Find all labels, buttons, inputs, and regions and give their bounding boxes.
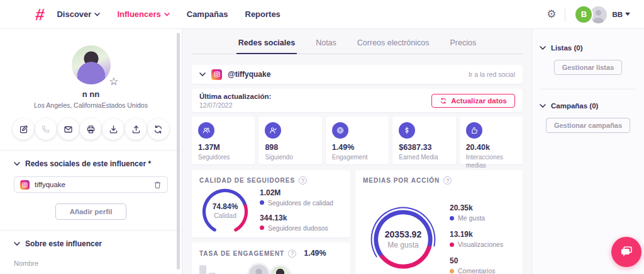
- instagram-icon: [20, 180, 30, 190]
- profile-action-bar: [0, 118, 182, 140]
- network-handle: @tiffyquake: [228, 70, 463, 79]
- media-legend: 20.35k Me gusta 13.19k Visualizaciones: [450, 203, 503, 274]
- engagement-rate-card: TASA DE ENGAGEMENT ? 1.49%: [192, 243, 350, 274]
- stat-card-earned-media: $6387.33 Earned Media: [392, 117, 455, 164]
- chevron-down-icon[interactable]: [199, 72, 206, 76]
- quality-gauge-chart: 74.84% Calidad: [199, 186, 251, 234]
- nav-item-reportes[interactable]: Reportes: [245, 9, 280, 19]
- stats-row: 1.37M Seguidores 898 Siguiendo 1.49% Eng…: [192, 117, 523, 164]
- quality-percent: 74.84%: [199, 202, 251, 211]
- about-section: Sobre este influencer Nombre n Apellidos: [0, 231, 182, 274]
- user-menu[interactable]: BB: [612, 11, 630, 18]
- chevron-down-icon: [540, 46, 546, 50]
- nav-item-campanas[interactable]: Campañas: [187, 9, 228, 19]
- chat-button[interactable]: [611, 237, 641, 267]
- engagement-card-title: TASA DE ENGAGEMENT: [199, 250, 284, 257]
- user-avatar[interactable]: B: [574, 5, 593, 24]
- main-nav: Discover Influencers Campañas Reportes: [57, 9, 280, 19]
- chat-bubble-icon: [619, 244, 634, 260]
- legend-item: 20.35k Me gusta: [450, 203, 503, 222]
- influencer-location: Los Angeles, CaliforniaEstados Unidos: [0, 101, 182, 109]
- nav-item-discover[interactable]: Discover: [57, 9, 100, 19]
- help-icon[interactable]: ?: [299, 176, 307, 185]
- tab-notas[interactable]: Notas: [314, 35, 338, 54]
- lists-section-header[interactable]: Listas (0): [540, 44, 636, 52]
- refresh-icon[interactable]: [148, 118, 169, 140]
- avatar-stack: B: [574, 5, 607, 24]
- legend-dot: [260, 225, 264, 230]
- profile-photo[interactable]: ☆: [72, 45, 111, 84]
- network-card: @tiffyquake Ir a la red social: [192, 65, 523, 84]
- social-handle-value: tiffyquake: [35, 181, 148, 188]
- legend-item: 1.02M Seguidores de calidad: [260, 188, 333, 207]
- chevron-down-icon: [14, 162, 20, 166]
- download-icon[interactable]: [103, 118, 124, 140]
- campaigns-section: Campañas (0) Gestionar campañas: [540, 102, 636, 147]
- last-update-label: Última actualización:: [199, 93, 271, 100]
- header-right-controls: ⚙ B BB: [547, 5, 630, 24]
- edit-icon[interactable]: [13, 118, 34, 140]
- following-icon: [265, 122, 281, 139]
- main-content: Redes sociales Notas Correos electrónico…: [182, 29, 532, 274]
- about-section-header[interactable]: Sobre este influencer: [14, 239, 168, 248]
- quality-center-label: Calidad: [199, 212, 251, 219]
- stat-card-interacciones: 20.40k Interacciones medias: [460, 117, 523, 164]
- chevron-down-icon: [14, 242, 20, 246]
- name-field-label: Nombre: [14, 260, 168, 267]
- interactions-icon: [466, 122, 482, 139]
- go-to-network-link[interactable]: Ir a la red social: [469, 71, 515, 78]
- stat-card-engagement: 1.49% Engagement: [326, 117, 389, 164]
- engagement-icon: [332, 122, 348, 139]
- refresh-icon: [440, 97, 447, 105]
- sidebar-scrollbar[interactable]: [177, 33, 180, 270]
- followers-icon: [198, 122, 214, 139]
- stat-card-siguiendo: 898 Siguiendo: [258, 117, 321, 164]
- charts-row: CALIDAD DE SEGUIDORES ? 74.84% Calidad: [192, 170, 523, 274]
- last-update-card: Última actualización: 12/07/2022 Actuali…: [192, 89, 523, 112]
- influencer-name: n nn: [0, 89, 182, 99]
- tab-redes-sociales[interactable]: Redes sociales: [236, 35, 297, 54]
- email-icon[interactable]: [58, 118, 79, 140]
- legend-item: 50 Comentarios: [450, 256, 503, 274]
- engagement-rate-value: 1.49%: [304, 249, 326, 258]
- chevron-down-icon: [625, 13, 630, 16]
- manage-campaigns-button[interactable]: Gestionar campañas: [546, 118, 630, 133]
- legend-item: 344.13k Seguidores dudosos: [260, 214, 333, 232]
- star-icon[interactable]: ☆: [109, 76, 118, 87]
- last-update-date: 12/07/2022: [199, 101, 271, 109]
- quality-card-title: CALIDAD DE SEGUIDORES: [199, 177, 295, 184]
- phone-icon[interactable]: [35, 118, 57, 140]
- quality-of-followers-card: CALIDAD DE SEGUIDORES ? 74.84% Calidad: [192, 170, 350, 237]
- influencer-sidebar: ☆ n nn Los Angeles, CaliforniaEstados Un…: [0, 29, 182, 274]
- share-icon[interactable]: [125, 118, 147, 140]
- legend-dot: [260, 200, 264, 205]
- media-card-title: MEDIAS POR ACCIÓN: [363, 177, 440, 184]
- earned-media-icon: [399, 122, 415, 139]
- top-navbar: # Discover Influencers Campañas Reportes…: [0, 0, 644, 29]
- social-handle-field[interactable]: tiffyquake: [14, 176, 168, 193]
- manage-lists-button[interactable]: Gestionar listas: [554, 60, 623, 75]
- social-section-header[interactable]: Redes sociales de este influencer *: [14, 159, 168, 168]
- chevron-down-icon: [94, 13, 100, 16]
- chevron-down-icon: [164, 13, 170, 16]
- social-networks-section: Redes sociales de este influencer * tiff…: [0, 151, 182, 220]
- content-tabs: Redes sociales Notas Correos electrónico…: [192, 29, 523, 54]
- help-icon[interactable]: ?: [288, 249, 296, 258]
- print-icon[interactable]: [80, 118, 101, 140]
- trash-icon[interactable]: [153, 181, 162, 189]
- heepsy-logo[interactable]: #: [35, 6, 45, 23]
- legend-item: 13.19k Visualizaciones: [450, 230, 503, 248]
- nav-item-influencers[interactable]: Influencers: [117, 9, 169, 19]
- tab-precios[interactable]: Precios: [448, 35, 478, 54]
- legend-dot: [450, 243, 454, 247]
- legend-dot: [450, 216, 454, 220]
- stat-card-seguidores: 1.37M Seguidores: [192, 117, 255, 164]
- media-per-action-card: MEDIAS POR ACCIÓN ? 20353.92 Me gusta: [355, 170, 523, 274]
- campaigns-section-header[interactable]: Campañas (0): [540, 102, 636, 110]
- help-icon[interactable]: ?: [443, 176, 452, 185]
- tab-correos-electronicos[interactable]: Correos electrónicos: [355, 35, 431, 54]
- chevron-down-icon: [540, 104, 546, 108]
- update-data-button[interactable]: Actualizar datos: [431, 94, 515, 108]
- gear-icon[interactable]: ⚙: [547, 9, 556, 20]
- add-profile-button[interactable]: Añadir perfil: [55, 203, 127, 220]
